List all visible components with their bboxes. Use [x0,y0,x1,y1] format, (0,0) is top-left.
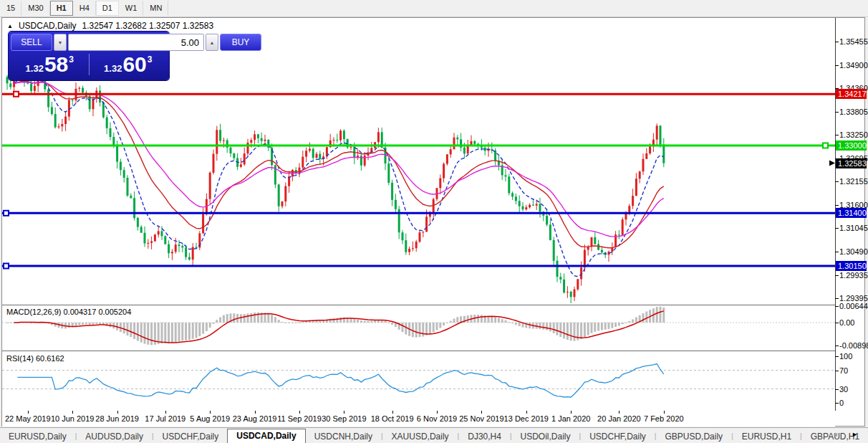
tabbar-divider [0,427,868,428]
collapse-icon[interactable]: ▲ [7,23,13,29]
price-label-1.30150: 1.30150 [836,261,867,271]
price-tick-1.35455: 1.35455 [839,37,868,47]
volume-up-button[interactable]: ▲ [206,34,218,51]
time-label-13-dec-2019: 13 Dec 2019 [504,414,549,423]
time-label-25-nov-2019: 25 Nov 2019 [459,414,503,423]
volume-down-button[interactable]: ▼ [54,34,67,51]
buy-price-big: 60 [122,54,146,75]
price-label-1.31400: 1.31400 [836,208,867,218]
sell-price-display[interactable]: 1.32 58 3 [11,54,89,75]
price-tick-1.33805: 1.33805 [839,107,868,117]
hline-handle[interactable] [4,263,9,268]
tab-usdchf-daily[interactable]: USDCHF,Daily [154,431,228,443]
time-label-22-may-2019: 22 May 2019 [5,414,51,423]
sell-price-small: 1.32 [26,63,44,74]
hline-handle[interactable] [4,211,9,216]
timeframe-button-d1[interactable]: D1 [96,1,119,16]
price-tick-1.33250: 1.33250 [839,130,868,140]
macd-indicator-label: MACD(12,26,9) 0.004317 0.005204 [6,308,131,316]
macd-tick-0-008982: -0.008982 [839,340,868,351]
timeframe-button-h1[interactable]: H1 [50,1,73,16]
price-label-1.33000: 1.33000 [836,140,867,151]
time-tick [165,411,166,414]
macd-tick-0-006448: 0.006448 [839,301,868,311]
time-tick [664,411,665,414]
sell-button[interactable]: SELL [11,34,52,51]
time-tick [392,411,393,414]
ma-21-line [14,82,664,248]
rsi-tick-0: 0 [839,398,844,408]
buy-button[interactable]: BUY [220,34,261,51]
timeframe-button-mn[interactable]: MN [143,1,168,16]
rsi-indicator-label: RSI(14) 60.6162 [6,354,64,363]
buy-price-sup: 3 [148,54,153,65]
tab-gbpusd-daily[interactable]: GBPUSD,Daily [656,431,731,443]
macd-tick-0-00: 0.00 [839,318,854,328]
time-label-23-aug-2019: 23 Aug 2019 [233,414,277,423]
time-label-20-jan-2020: 20 Jan 2020 [597,414,641,423]
candles-group [6,70,665,303]
price-tick-1.29935: 1.29935 [839,270,868,280]
chart-tab-bar: EURUSD,Daily|AUDUSD,Daily|USDCHF,DailyUS… [0,429,868,443]
price-label-1.34217: 1.34217 [836,89,867,99]
time-tick [526,411,527,414]
current-price-marker [829,161,835,166]
time-tick [481,411,482,414]
price-tick-1.30490: 1.30490 [839,247,868,257]
time-label-10-jun-2019: 10 Jun 2019 [51,414,95,423]
hline-handle[interactable] [823,143,828,148]
timeframe-toolbar: 15M30H1H4D1W1MN [0,0,868,17]
time-label-17-jul-2019: 17 Jul 2019 [145,414,185,423]
timeframe-button-15[interactable]: 15 [0,1,21,16]
tab-dj30-h4[interactable]: DJ30,H4 [459,431,510,443]
volume-up-icon: ▲ [210,40,215,45]
timeframe-button-w1[interactable]: W1 [119,1,144,16]
time-label-28-jun-2019: 28 Jun 2019 [95,414,139,423]
volume-down-icon: ▼ [58,40,63,45]
time-label-6-nov-2019: 6 Nov 2019 [417,414,457,423]
time-tick [72,411,73,414]
time-tick [117,411,118,414]
buy-price-display[interactable]: 1.32 60 3 [90,54,168,75]
time-label-18-oct-2019: 18 Oct 2019 [371,414,414,423]
tab-usdoil-daily[interactable]: USDOil,Daily [512,431,579,443]
tab-xauusd-daily[interactable]: XAUUSD,Daily [383,431,458,443]
tab-eurusd-h1[interactable]: EURUSD,H1 [733,431,800,443]
rsi-tick-30: 30 [839,384,848,394]
time-tick [210,411,211,414]
tabs-scroll-right-icon[interactable]: ► [852,431,864,438]
price-label-1.32583: 1.32583 [836,158,867,168]
volume-input[interactable] [68,34,204,51]
tab-usdcad-daily[interactable]: USDCAD,Daily [227,429,305,443]
tab-usdchf-daily[interactable]: USDCHF,Daily [581,431,655,443]
tab-scroll-arrows: ◄ ► [832,431,864,438]
time-tick [571,411,572,414]
rsi-tick-70: 70 [839,366,848,376]
timeframe-button-m30[interactable]: M30 [21,1,49,16]
tab-eurusd-daily[interactable]: EURUSD,Daily [0,431,75,443]
time-tick [299,411,300,414]
time-tick [619,411,619,414]
rsi-line [17,364,663,398]
sell-price-sup: 3 [69,54,74,65]
time-label-1-jan-2020: 1 Jan 2020 [551,414,590,423]
buy-price-small: 1.32 [104,63,122,74]
one-click-trade-widget: SELL ▼ ▲ BUY 1.32 58 3 1.32 60 3 [9,32,169,80]
tabs-scroll-left-icon[interactable]: ◄ [832,431,844,438]
hline-handle[interactable] [14,92,19,97]
tab-usdcnh-daily[interactable]: USDCNH,Daily [306,431,381,443]
time-tick [28,411,29,414]
sell-price-big: 58 [44,54,68,75]
ma-8-line [14,80,664,277]
rsi-chart-canvas[interactable] [2,351,835,410]
price-tick-1.34900: 1.34900 [839,60,868,70]
tab-audusd-daily[interactable]: AUDUSD,Daily [77,431,152,443]
price-tick-1.31045: 1.31045 [839,223,868,233]
price-tick-1.32155: 1.32155 [839,176,868,186]
time-tick [344,411,344,414]
chart-ohlc-values: 1.32547 1.32682 1.32507 1.32583 [82,21,214,31]
chart-title: ▲ USDCAD,Daily 1.32547 1.32682 1.32507 1… [7,21,213,31]
time-label-30-sep-2019: 30 Sep 2019 [322,414,366,423]
time-label-5-aug-2019: 5 Aug 2019 [190,414,230,423]
timeframe-button-h4[interactable]: H4 [73,1,96,16]
